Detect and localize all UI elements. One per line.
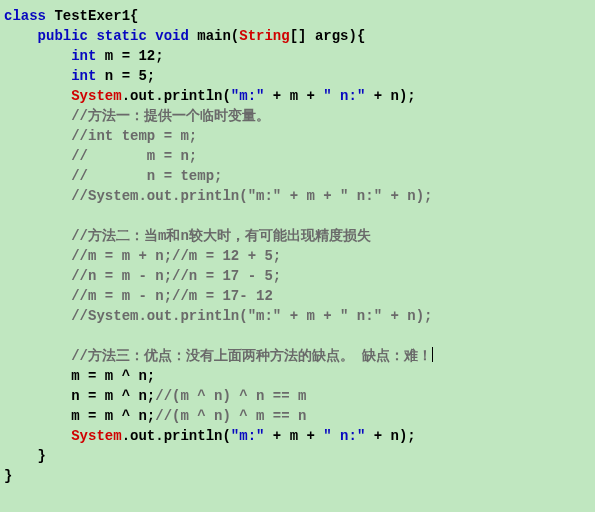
code-editor: class TestExer1{ public static void main… xyxy=(0,0,595,492)
code-token: m = m ^ n; xyxy=(71,408,155,424)
code-token: //System.out.println("m:" + m + " n:" + … xyxy=(71,308,432,324)
code-line: //方法三：优点：没有上面两种方法的缺点。 缺点：难！ xyxy=(4,346,591,366)
code-token: n = 5; xyxy=(96,68,155,84)
code-token: public static void xyxy=(38,28,189,44)
code-token: // m = n; xyxy=(71,148,197,164)
code-token: .out.println( xyxy=(122,428,231,444)
code-token: } xyxy=(38,448,46,464)
indent xyxy=(4,368,71,384)
code-line xyxy=(4,206,591,226)
code-token: + n); xyxy=(365,88,415,104)
code-token: class xyxy=(4,8,46,24)
code-token: System xyxy=(71,88,121,104)
code-token: + m + xyxy=(264,88,323,104)
code-token: // n = temp; xyxy=(71,168,222,184)
code-token: "m:" xyxy=(231,88,265,104)
code-token: //方法二：当m和n较大时，有可能出现精度损失 xyxy=(71,228,371,244)
code-line: //System.out.println("m:" + m + " n:" + … xyxy=(4,186,591,206)
indent xyxy=(4,328,71,344)
indent xyxy=(4,208,71,224)
indent xyxy=(4,448,38,464)
indent xyxy=(4,28,38,44)
indent xyxy=(4,188,71,204)
code-line: } xyxy=(4,466,591,486)
code-token: int xyxy=(71,68,96,84)
indent xyxy=(4,308,71,324)
indent xyxy=(4,148,71,164)
code-line: class TestExer1{ xyxy=(4,6,591,26)
code-line: n = m ^ n;//(m ^ n) ^ n == m xyxy=(4,386,591,406)
code-token: //n = m - n;//n = 17 - 5; xyxy=(71,268,281,284)
code-token: String xyxy=(239,28,289,44)
code-line: int m = 12; xyxy=(4,46,591,66)
code-token: m = 12; xyxy=(96,48,163,64)
indent xyxy=(4,348,71,364)
indent xyxy=(4,248,71,264)
code-token: TestExer1{ xyxy=(46,8,138,24)
code-token: + n); xyxy=(365,428,415,444)
code-line: // n = temp; xyxy=(4,166,591,186)
code-token: //(m ^ n) ^ m == n xyxy=(155,408,306,424)
code-token: int xyxy=(71,48,96,64)
code-token: //System.out.println("m:" + m + " n:" + … xyxy=(71,188,432,204)
indent xyxy=(4,128,71,144)
indent xyxy=(4,388,71,404)
code-line: m = m ^ n;//(m ^ n) ^ m == n xyxy=(4,406,591,426)
code-line: System.out.println("m:" + m + " n:" + n)… xyxy=(4,426,591,446)
indent xyxy=(4,88,71,104)
indent xyxy=(4,168,71,184)
indent xyxy=(4,48,71,64)
code-token: n = m ^ n; xyxy=(71,388,155,404)
indent xyxy=(4,108,71,124)
code-token: //m = m + n;//m = 12 + 5; xyxy=(71,248,281,264)
code-line: //m = m - n;//m = 17- 12 xyxy=(4,286,591,306)
code-line: // m = n; xyxy=(4,146,591,166)
code-token: + m + xyxy=(264,428,323,444)
code-token: .out.println( xyxy=(122,88,231,104)
code-token: //(m ^ n) ^ n == m xyxy=(155,388,306,404)
indent xyxy=(4,268,71,284)
code-token: "m:" xyxy=(231,428,265,444)
code-line: m = m ^ n; xyxy=(4,366,591,386)
code-line: //m = m + n;//m = 12 + 5; xyxy=(4,246,591,266)
indent xyxy=(4,68,71,84)
text-cursor xyxy=(432,347,433,362)
code-token: main( xyxy=(189,28,239,44)
indent xyxy=(4,228,71,244)
code-token: //int temp = m; xyxy=(71,128,197,144)
indent xyxy=(4,408,71,424)
code-token: //方法一：提供一个临时变量。 xyxy=(71,108,270,124)
code-line: //方法二：当m和n较大时，有可能出现精度损失 xyxy=(4,226,591,246)
code-line: //System.out.println("m:" + m + " n:" + … xyxy=(4,306,591,326)
code-token: } xyxy=(4,468,12,484)
code-line: System.out.println("m:" + m + " n:" + n)… xyxy=(4,86,591,106)
indent xyxy=(4,428,71,444)
code-token: m = m ^ n; xyxy=(71,368,155,384)
code-token: //方法三：优点：没有上面两种方法的缺点。 缺点：难！ xyxy=(71,348,432,364)
code-token: " n:" xyxy=(323,428,365,444)
code-line xyxy=(4,326,591,346)
code-token: " n:" xyxy=(323,88,365,104)
code-token: [] args){ xyxy=(290,28,366,44)
code-line: //方法一：提供一个临时变量。 xyxy=(4,106,591,126)
code-token: System xyxy=(71,428,121,444)
indent xyxy=(4,288,71,304)
code-line: int n = 5; xyxy=(4,66,591,86)
code-line: } xyxy=(4,446,591,466)
code-line: //int temp = m; xyxy=(4,126,591,146)
code-line: public static void main(String[] args){ xyxy=(4,26,591,46)
code-token: //m = m - n;//m = 17- 12 xyxy=(71,288,273,304)
code-line: //n = m - n;//n = 17 - 5; xyxy=(4,266,591,286)
